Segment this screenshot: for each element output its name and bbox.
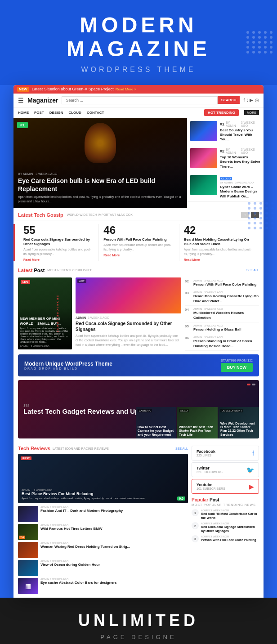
- tech-sub-items: CAMERA How to Select Best Camera for you…: [136, 407, 259, 438]
- score-badge: 9.0: [177, 496, 185, 501]
- buy-banner-subtitle: DRAG DROP AND BUILD: [24, 367, 112, 370]
- sponsored-img: LIVE NEW MEMBER OF MINI WORLD – SMALL BU…: [18, 277, 72, 349]
- tech-sub-label-3: DEVELOPMENT: [220, 409, 243, 412]
- trending-thumb-2: [190, 148, 217, 168]
- nav-contact[interactable]: CONTACT: [87, 111, 104, 115]
- popular-item-1: 1 ADMIN 3 WEEKS AGO Red Audi R8 Most Com…: [192, 509, 259, 520]
- sponsored-excerpt: Apart from squeezable ketchup bottles an…: [20, 327, 70, 343]
- hamburger-icon[interactable]: ☰: [18, 97, 24, 104]
- tech-sub-label-2: SEED: [179, 409, 189, 412]
- popular-post-section: Popular Post MOST POPULAR TRENDING NEWS …: [192, 497, 259, 542]
- tech-sub-label-1: CAMERA: [138, 409, 152, 412]
- toggle-dot-2[interactable]: [252, 384, 255, 385]
- nav-cloud[interactable]: CLOUD: [68, 111, 81, 115]
- sponsored-text-overlay: NEW MEMBER OF MINI WORLD – SMALL BUT... …: [18, 308, 72, 349]
- stat-read-1[interactable]: Read More: [23, 258, 94, 261]
- rthumb-5: ▦: [18, 578, 38, 594]
- trending-item-2: #2 BY ADMIN 3 WEEKS AGO Top 10 Women's S…: [188, 145, 264, 172]
- search-button[interactable]: SEARCH: [218, 96, 240, 104]
- trending-info-3: CLOUD BY ADMIN 3 WEEKS AGO Cyber Game 20…: [220, 175, 261, 199]
- right-post-info-04: ADMIN 3 WEEKS AGO Multicolored Wooden Ho…: [193, 308, 259, 320]
- stat-number-2: 46: [103, 224, 174, 237]
- tech-reviews: Tech Reviews LATEST ICON AND RACING REVI…: [18, 446, 188, 594]
- stat-number-3: 42: [184, 224, 255, 237]
- popular-post-title: Popular Post: [192, 497, 259, 502]
- review-item-2: 7.0 ADMIN 3 WEEKS AGO Wild Famous Hot Ti…: [18, 524, 188, 540]
- more-button[interactable]: MORE: [244, 110, 259, 115]
- hero-article: #1 BY ADMIN 3 WEEKS AGO Eye Care Edison …: [13, 118, 187, 208]
- popular-title-2: Red Coca-cola Signage Surrounded by Othe…: [201, 525, 259, 533]
- latest-post-title: Latest Post: [18, 268, 45, 273]
- trending-by-3: BY ADMIN 3 WEEKS AGO: [220, 181, 261, 184]
- review-small-items: ADMIN 3 WEEKS AGO Fashion And IT – Dark …: [18, 506, 188, 594]
- sponsored-admin-row: ADMIN 3 WEEKS AGO: [20, 345, 70, 348]
- nav-menu: HOME POST DESIGN CLOUD CONTACT HOT TREND…: [13, 107, 264, 118]
- stat-read-3[interactable]: Read More: [184, 258, 255, 261]
- see-all-link[interactable]: SEE ALL: [246, 268, 259, 272]
- review-title-4: View of Ocean during Golden Hour: [40, 563, 188, 567]
- stat-item-2: 46 Person With Full Face Color Painting …: [99, 224, 179, 261]
- social-sidebar: Facebook 225 LIKES f Twitter 321 FOLLOWE…: [192, 446, 259, 594]
- nav-post[interactable]: POST: [34, 111, 44, 115]
- sponsored-title: NEW MEMBER OF MINI WORLD – SMALL BUT...: [20, 317, 70, 326]
- logo[interactable]: Maganizer: [27, 97, 58, 104]
- right-post-info-03: ADMIN 3 WEEKS AGO Beard Man Holding Cass…: [193, 291, 259, 304]
- reviews-sub: LATEST ICON AND RACING REVIEWS: [53, 447, 109, 450]
- social-facebook: Facebook 225 LIKES f: [192, 446, 259, 461]
- nav-home[interactable]: HOME: [18, 111, 29, 115]
- toggle-dots: [247, 384, 255, 385]
- facebook-icon: f: [252, 450, 254, 457]
- right-post-info-05: ADMIN 3 WEEKS AGO Person Holding a Glass…: [193, 324, 259, 332]
- tech-sub-item-1: CAMERA How to Select Best Camera for you…: [136, 407, 176, 438]
- popular-num-3: 3: [192, 535, 199, 542]
- buy-now-button[interactable]: BUY NOW: [221, 363, 253, 372]
- right-post-02: 02 ADMIN 3 WEEKS AGO Person With Full Fa…: [185, 277, 259, 289]
- right-post-num-05: 05: [185, 324, 191, 328]
- review-featured-overlay: BEST ADMIN 3 WEEKS AGO Best Place Review…: [18, 454, 188, 503]
- nav-design[interactable]: DESIGN: [49, 111, 63, 115]
- review-info-2: ADMIN 3 WEEKS AGO Wild Famous Hot Tires …: [40, 524, 188, 531]
- stat-read-2[interactable]: Read More: [103, 254, 174, 257]
- toggle-dot-1[interactable]: [247, 384, 250, 385]
- post-admin-meta: ADMIN 3 WEEKS AGO: [76, 316, 181, 319]
- dot-grid: [246, 31, 273, 54]
- instagram-icon[interactable]: ◎: [255, 98, 259, 103]
- tech-sub-item-2: SEED What are the best Tech Starter Pack…: [177, 407, 218, 438]
- trending-num-2: #2 BY ADMIN 3 WEEKS AGO: [220, 148, 261, 154]
- rthumb-1: [18, 506, 38, 522]
- review-info-5: ADMIN 3 WEEKS AGO Eye cache Abstract Col…: [40, 578, 188, 585]
- reviews-see-all[interactable]: SEE ALL: [175, 447, 188, 450]
- rthumb-num-2: 7.0: [19, 536, 25, 539]
- buy-banner: Modern Unique WordPress Theme DRAG DROP …: [18, 354, 259, 376]
- youtube-icon[interactable]: ▶: [250, 98, 253, 103]
- twitter-icon[interactable]: t: [246, 98, 248, 103]
- latest-post-sub: MOST RECENTLY PUBLISHED: [47, 268, 92, 272]
- stat-text-3: Apart from squeezable ketchup bottles an…: [184, 247, 255, 256]
- facebook-count: 225 LIKES: [197, 454, 250, 457]
- social-youtube: Youtube 101 SUBSCRIBERS ▶: [192, 479, 259, 494]
- facebook-name: Facebook: [197, 449, 250, 454]
- new-badge: NEW: [17, 87, 29, 92]
- reviews-social-wrap: Tech Reviews LATEST ICON AND RACING REVI…: [13, 442, 264, 598]
- hero-title-text: Eye Care Edison bulb is New Era of LED b…: [18, 177, 183, 193]
- tech-sub-item-3: DEVELOPMENT Why Web Development Is More …: [219, 407, 259, 438]
- trending-info-1: #1 BY ADMIN 3 WEEKS AGO Best Country's Y…: [220, 121, 261, 142]
- popular-num-2: 2: [192, 522, 199, 529]
- read-more-link[interactable]: Read More >: [116, 87, 136, 91]
- review-item-3: ADMIN 3 WEEKS AGO Woman Waring Red Dress…: [18, 542, 188, 558]
- popular-item-2: 2 ADMIN 3 WEEKS AGO Red Coca-cola Signag…: [192, 522, 259, 533]
- facebook-icon[interactable]: f: [243, 98, 245, 103]
- popular-num-1: 1: [192, 509, 199, 516]
- right-post-03: 03 ADMIN 3 WEEKS AGO Beard Man Holding C…: [185, 289, 259, 306]
- social-youtube-info: Youtube 101 SUBSCRIBERS: [197, 483, 246, 490]
- tech-sub-title-1: How to Select Best Camera for your Budge…: [138, 425, 174, 437]
- sidebar-trending: #1 BY ADMIN 3 WEEKS AGO Best Country's Y…: [187, 118, 264, 208]
- search-input[interactable]: [62, 96, 217, 104]
- trending-title-1: Best Country's You Should Travel With Yo…: [220, 128, 261, 142]
- social-icons: f t ▶ ◎: [243, 98, 259, 103]
- stat-number-1: 55: [23, 224, 94, 237]
- trending-num-1: #1 BY ADMIN 3 WEEKS AGO: [220, 121, 261, 127]
- review-item-1: ADMIN 3 WEEKS AGO Fashion And IT – Dark …: [18, 506, 188, 522]
- review-featured-excerpt: Apart from squeezable ketchup bottles an…: [22, 497, 184, 500]
- review-title-2: Wild Famous Hot Tires Letters BMW: [40, 527, 188, 531]
